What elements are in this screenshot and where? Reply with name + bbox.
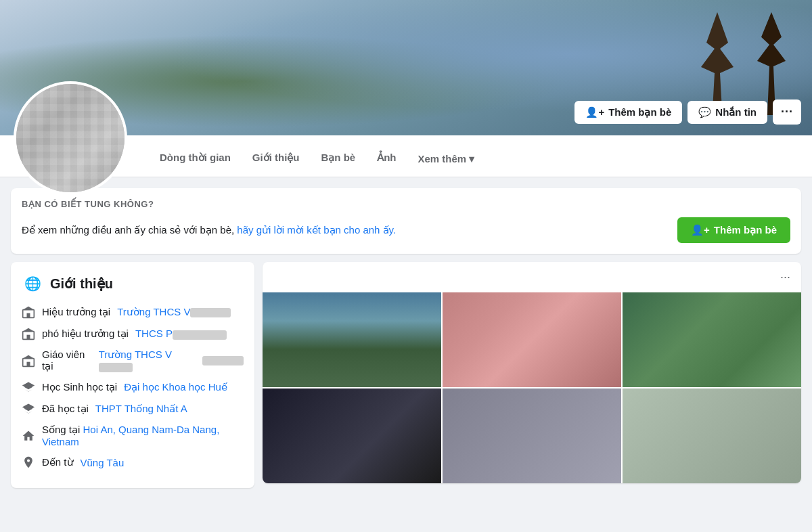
tab-photos[interactable]: Ảnh — [366, 141, 407, 177]
photos-header: ··· — [263, 262, 801, 292]
teacher-text-before: Giáo viên tại — [42, 349, 92, 372]
graduation-icon-2 — [22, 402, 35, 416]
lives-text: Sống tại Hoi An, Quang Nam-Da Nang,Vietn… — [42, 424, 219, 447]
tab-more[interactable]: Xem thêm ▾ — [407, 141, 486, 177]
school-icon-2 — [22, 327, 35, 340]
cover-actions: 👤+ Thêm bạn bè 💬 Nhắn tin ··· — [574, 99, 801, 125]
message-label: Nhắn tin — [715, 106, 757, 118]
student-text-before: Học Sinh học tại — [42, 381, 117, 393]
from-link[interactable]: Vũng Tàu — [81, 457, 125, 468]
photo-2[interactable] — [443, 292, 621, 387]
messenger-icon: 💬 — [698, 106, 711, 118]
photos-section: ··· — [263, 262, 801, 483]
photo-5[interactable] — [443, 389, 621, 483]
message-button[interactable]: 💬 Nhắn tin — [687, 101, 767, 124]
photo-4[interactable] — [263, 389, 441, 483]
intro-section: 🌐 Giới thiệu Hiệu trưởng tại Trường THCS… — [11, 262, 254, 488]
teacher-link[interactable]: Trường THCS V — [99, 349, 193, 372]
graduation-icon-1 — [22, 380, 35, 394]
highschool-link[interactable]: THPT Thống Nhất A — [95, 403, 187, 415]
two-column-layout: 🌐 Giới thiệu Hiệu trưởng tại Trường THCS… — [11, 262, 801, 488]
principal-text-before: Hiệu trưởng tại — [42, 306, 110, 318]
tab-friends[interactable]: Bạn bè — [311, 141, 367, 177]
vice-principal-text-before: phó hiệu trưởng tại — [42, 328, 129, 340]
intro-item-from: Đến từ Vũng Tàu — [22, 456, 244, 469]
principal-link[interactable]: Trường THCS V — [117, 306, 231, 318]
intro-item-principal: Hiệu trưởng tại Trường THCS V — [22, 305, 244, 319]
chevron-down-icon: ▾ — [469, 153, 474, 165]
from-text-before: Đến từ — [42, 456, 74, 468]
add-friend-label: Thêm bạn bè — [608, 106, 671, 118]
add-friend-icon: 👤+ — [585, 106, 604, 118]
know-banner-button-label: Thêm bạn bè — [714, 224, 777, 236]
know-banner-body-text: Để xem những điều anh ấy chia sẻ với bạn… — [22, 224, 234, 236]
more-dots-label: ··· — [781, 105, 793, 118]
photos-grid — [263, 292, 801, 483]
intro-item-teacher: Giáo viên tại Trường THCS V — [22, 349, 244, 372]
lives-text-before: Sống tại — [42, 424, 83, 435]
photo-3[interactable] — [623, 292, 801, 387]
highschool-text-before: Đã học tại — [42, 403, 89, 415]
tab-timeline[interactable]: Dòng thời gian — [149, 141, 242, 177]
add-friend-green-icon: 👤+ — [691, 224, 710, 236]
intro-item-lives: Sống tại Hoi An, Quang Nam-Da Nang,Vietn… — [22, 424, 244, 447]
know-banner-title: BẠN CÓ BIẾT TUNG KHÔNG? — [22, 199, 790, 209]
know-banner-text: Để xem những điều anh ấy chia sẻ với bạn… — [22, 224, 396, 236]
add-friend-link[interactable]: hãy gửi lời mời kết bạn cho anh ấy. — [237, 224, 396, 236]
home-icon — [22, 429, 35, 443]
profile-header: Dòng thời gian Giới thiệu Bạn bè Ảnh Xem… — [0, 135, 812, 177]
add-friend-button[interactable]: 👤+ Thêm bạn bè — [574, 101, 682, 124]
school-icon-1 — [22, 305, 35, 319]
vice-principal-link[interactable]: THCS P — [135, 328, 227, 339]
svg-rect-1 — [27, 313, 30, 318]
intro-header: 🌐 Giới thiệu — [22, 273, 244, 294]
tab-more-label: Xem thêm — [418, 153, 467, 164]
intro-item-highschool: Đã học tại THPT Thống Nhất A — [22, 402, 244, 416]
svg-rect-5 — [27, 361, 30, 366]
photos-more-button[interactable]: ··· — [775, 267, 796, 287]
student-link[interactable]: Đại học Khoa học Huế — [124, 381, 227, 393]
know-banner-add-friend-button[interactable]: 👤+ Thêm bạn bè — [677, 217, 790, 243]
intro-title: Giới thiệu — [50, 275, 113, 292]
photo-6[interactable] — [623, 389, 801, 483]
svg-rect-3 — [27, 335, 30, 340]
intro-item-vice-principal: phó hiệu trưởng tại THCS P — [22, 327, 244, 340]
know-banner: BẠN CÓ BIẾT TUNG KHÔNG? Để xem những điề… — [11, 188, 801, 254]
main-content: BẠN CÓ BIẾT TUNG KHÔNG? Để xem những điề… — [0, 177, 812, 499]
photo-1[interactable] — [263, 292, 441, 387]
school-icon-3 — [22, 354, 35, 368]
avatar — [14, 81, 127, 195]
intro-item-student: Học Sinh học tại Đại học Khoa học Huế — [22, 380, 244, 394]
know-banner-body: Để xem những điều anh ấy chia sẻ với bạn… — [22, 217, 790, 243]
globe-icon: 🌐 — [22, 273, 43, 294]
more-button[interactable]: ··· — [773, 99, 801, 125]
tab-about[interactable]: Giới thiệu — [242, 141, 311, 177]
location-icon — [22, 456, 35, 469]
